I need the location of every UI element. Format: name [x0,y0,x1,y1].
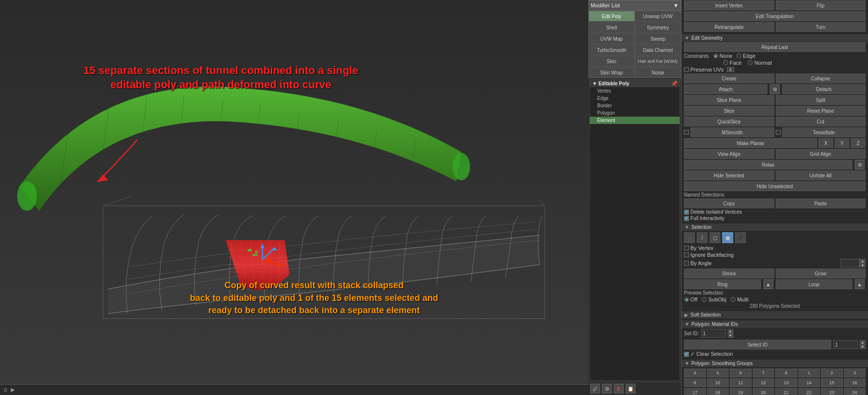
smooth-btn-16[interactable]: 16 [844,378,866,387]
edge-sel-icon[interactable]: / [697,232,708,243]
smooth-btn-14[interactable]: 14 [798,378,820,387]
shrink-btn[interactable]: Shrink [684,269,774,278]
edge-radio[interactable]: Edge [736,53,756,59]
turn-btn[interactable]: Turn [776,22,866,32]
copy-btn[interactable]: Copy [684,198,774,208]
stack-item-border[interactable]: Border [590,102,680,109]
flip-btn[interactable]: Flip [776,0,866,10]
smooth-btn-22[interactable]: 22 [798,388,820,395]
smooth-btn-1[interactable]: 1 [798,369,820,377]
repeat-last-btn[interactable]: Repeat Last [684,42,866,52]
loop-btn[interactable]: Loop [776,279,853,289]
smooth-btn-8a[interactable]: 8 [775,369,797,377]
smooth-btn-21[interactable]: 21 [775,388,797,395]
edit-triangulation-btn[interactable]: Edit Triangulation [684,11,866,21]
unwrap-uvw-btn[interactable]: Unwrap UVW [635,11,682,22]
smooth-btn-3[interactable]: 3 [844,369,866,377]
uvw-map-btn[interactable]: UVW Map [588,33,635,44]
create-btn[interactable]: Create [684,74,774,83]
full-interactivity-checkbox[interactable]: ✓ Full Interactivity [684,216,724,221]
data-channel-btn[interactable]: Data Channel [635,45,682,55]
smooth-btn-15[interactable]: 15 [821,378,843,387]
multi-radio[interactable]: Multi [731,296,748,302]
smooth-btn-18[interactable]: 18 [707,388,729,395]
smooth-btn-7[interactable]: 7 [753,369,775,377]
tessellate-checkbox[interactable] [776,130,781,135]
set-id-down[interactable]: ▼ [728,333,734,338]
msmooth-checkbox[interactable] [684,130,689,135]
stack-item-polygon[interactable]: Polygon [590,109,680,117]
border-sel-icon[interactable]: ◻ [710,232,720,243]
split-btn[interactable]: Split [776,95,866,105]
smooth-btn-10[interactable]: 10 [707,378,729,387]
by-angle-up[interactable]: ▲ [860,259,866,263]
edit-poly-btn[interactable]: Edit Poly [588,11,635,22]
material-ids-section[interactable]: ▼ Polygon: Material IDs [682,321,868,328]
select-id-up[interactable]: ▲ [860,340,866,345]
selection-section[interactable]: ▼ Selection [682,223,868,231]
select-id-input[interactable] [833,340,858,349]
smooth-btn-9[interactable]: 9 [684,378,706,387]
polygon-sel-icon[interactable]: ▣ [722,232,733,243]
sweep-btn[interactable]: Sweep [635,33,682,44]
smooth-btn-2[interactable]: 2 [821,369,843,377]
vertex-sel-icon[interactable]: · [684,232,695,243]
y-btn[interactable]: Y [835,138,849,148]
smooth-btn-17[interactable]: 17 [684,388,706,395]
slice-plane-btn[interactable]: Slice Plane [684,95,774,105]
quickslice-btn[interactable]: QuickSlice [684,117,774,126]
clear-selection-checkbox[interactable]: ✓ ✓ Clear Selection [684,351,733,357]
ring-settings[interactable]: ▲ [763,279,773,289]
smooth-btn-4[interactable]: 4 [684,369,706,377]
z-btn[interactable]: Z [851,138,866,148]
smoothing-groups-section[interactable]: ▼ Polygon: Smoothing Groups [682,360,868,367]
none-radio[interactable]: None [713,53,733,59]
noise-btn[interactable]: Noise [635,67,682,78]
by-angle-spinner[interactable]: 45.0 ▲ ▼ [840,259,866,268]
smooth-btn-19[interactable]: 19 [730,388,752,395]
attach-btn[interactable]: Attach [684,84,767,94]
edit-geometry-section[interactable]: ▼ Edit Geometry [682,34,868,42]
smooth-btn-13[interactable]: 13 [775,378,797,387]
hide-selected-btn[interactable]: Hide Selected [684,171,774,180]
stack-item-vertex[interactable]: Vertex [590,87,680,95]
select-id-btn[interactable]: Select ID [684,340,831,349]
by-vertex-checkbox[interactable]: By Vertex [684,245,713,251]
grid-align-btn[interactable]: Grid Align [776,149,866,159]
insert-vertex-btn[interactable]: Insert Vertex [684,0,774,10]
smooth-btn-24[interactable]: 24 [844,388,866,395]
select-id-down[interactable]: ▼ [860,345,866,349]
smooth-btn-6[interactable]: 6 [730,369,752,377]
set-id-up[interactable]: ▲ [728,329,734,333]
unhide-all-btn[interactable]: Unhide All [776,171,866,180]
slice-btn[interactable]: Slice [684,106,774,116]
make-planar-btn[interactable]: Make Planar [684,138,817,148]
symmetry-btn[interactable]: Symmetry [635,22,682,33]
tessellate-btn[interactable]: Tessellate [782,127,866,137]
smooth-btn-20[interactable]: 20 [753,388,775,395]
view-align-btn[interactable]: View Align [684,149,774,159]
reset-plane-btn[interactable]: Reset Plane [776,106,866,116]
relax-btn[interactable]: Relax [684,160,852,170]
stack-item-element[interactable]: Element [590,117,680,124]
retriangulate-btn[interactable]: Retriangulate [684,22,774,32]
element-sel-icon[interactable]: ⬛ [735,232,746,243]
turbosmooth-btn[interactable]: TurboSmooth [588,45,635,55]
smooth-btn-12[interactable]: 12 [753,378,775,387]
hair-fur-btn[interactable]: Hair and Fur (WSM) [635,56,682,67]
delete-isolated-checkbox[interactable]: ✓ Delete Isolated Vertices [684,209,742,215]
skin-wrap-btn[interactable]: Skin Wrap [588,67,635,78]
smooth-btn-11[interactable]: 11 [730,378,752,387]
stack-icon-lock[interactable]: ⚙ [602,384,612,394]
modifier-list-dropdown[interactable]: Modifier List ▼ [588,0,681,11]
skin-btn[interactable]: Skin [588,56,635,67]
by-angle-checkbox[interactable]: By Angle [684,260,711,266]
set-id-input[interactable] [701,329,726,338]
stack-icon-camera[interactable]: 🖊 [590,384,600,394]
relax-settings[interactable]: ⚙ [855,160,865,170]
cut-btn[interactable]: Cut [776,117,866,126]
paste-btn[interactable]: Paste [776,198,866,208]
status-arrow[interactable]: ▶ [11,387,15,393]
x-btn[interactable]: X [818,138,833,148]
stack-icon-copy[interactable]: 📋 [626,384,635,394]
